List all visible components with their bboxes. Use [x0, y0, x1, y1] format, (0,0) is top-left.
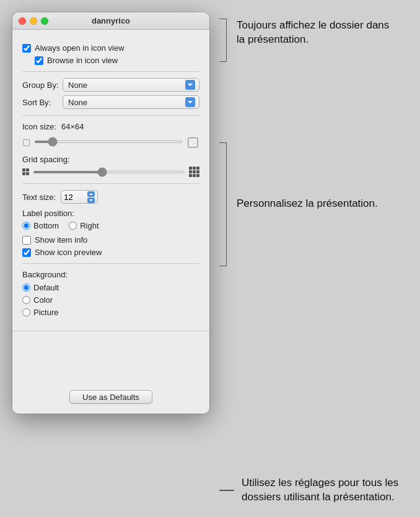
footer-area: Use as Defaults	[12, 380, 209, 414]
icon-grid-section: Icon size: 64×64 ▢ ▢ Grid spacing:	[22, 116, 199, 184]
label-right-radio[interactable]	[69, 222, 77, 230]
top-annotation-block: Toujours affichez le dossier dans la pré…	[219, 19, 401, 62]
bg-color-radio[interactable]	[22, 296, 30, 304]
grid-small-icon	[22, 168, 29, 175]
middle-annotation-block: Personnalisez la présentation.	[219, 142, 401, 266]
show-item-info-label: Show item info	[35, 235, 87, 245]
top-annotation-text: Toujours affichez le dossier dans la pré…	[229, 19, 396, 47]
browse-icon-row: Browse in icon view	[22, 56, 199, 65]
show-icon-preview-checkbox[interactable]	[22, 248, 31, 257]
text-label-section: Text size: 12 Label position: Bottom	[22, 184, 199, 264]
grid-spacing-slider[interactable]	[33, 171, 185, 173]
grid-spacing-slider-row	[22, 167, 199, 177]
view-options-section: Always open in icon view Browse in icon …	[22, 37, 199, 72]
traffic-lights	[19, 17, 48, 25]
spacer-area	[12, 331, 209, 380]
grid-spacing-section: Grid spacing:	[22, 155, 199, 177]
label-bottom-label: Bottom	[33, 221, 59, 230]
bg-picture-label: Picture	[33, 308, 58, 317]
background-section: Background: Default Color Picture	[22, 264, 199, 323]
settings-window: dannyrico Always open in icon view Brows…	[12, 12, 209, 414]
bottom-annotation-text: Utilisez les réglages pour tous les doss…	[234, 476, 401, 505]
label-bottom-radio[interactable]	[22, 222, 30, 230]
text-size-label: Text size:	[22, 193, 56, 202]
titlebar: dannyrico	[12, 12, 209, 30]
window-title: dannyrico	[92, 16, 130, 25]
bg-default-row[interactable]: Default	[22, 283, 199, 292]
middle-annotation-text: Personnalisez la présentation.	[229, 197, 378, 211]
icon-size-slider[interactable]	[34, 141, 183, 143]
group-by-dropdown[interactable]: None	[63, 78, 199, 92]
text-size-increment[interactable]	[87, 191, 95, 197]
label-bottom-row[interactable]: Bottom	[22, 221, 59, 230]
panel-content: Always open in icon view Browse in icon …	[12, 30, 209, 331]
close-button[interactable]	[19, 17, 26, 25]
icon-large-icon: ▢	[186, 134, 199, 150]
grid-spacing-label: Grid spacing:	[22, 155, 199, 164]
icon-small-icon: ▢	[22, 137, 30, 147]
bg-picture-row[interactable]: Picture	[22, 308, 199, 317]
browse-icon-checkbox[interactable]	[35, 56, 43, 65]
show-item-info-checkbox[interactable]	[22, 236, 31, 245]
label-right-label: Right	[80, 221, 98, 230]
icon-size-slider-row: ▢ ▢	[22, 134, 199, 150]
text-size-control[interactable]: 12	[61, 190, 98, 204]
annotations-panel: Toujours affichez le dossier dans la pré…	[219, 12, 401, 505]
group-sort-section: Group By: None Sort By: None	[22, 72, 199, 116]
group-by-value: None	[68, 80, 87, 90]
text-size-decrement[interactable]	[87, 198, 95, 203]
show-icon-preview-label: Show icon preview	[35, 248, 102, 257]
group-by-arrow	[185, 80, 195, 90]
sort-by-value: None	[68, 98, 87, 107]
bg-default-radio[interactable]	[22, 284, 30, 292]
middle-bracket-line	[219, 142, 229, 266]
browse-icon-label: Browse in icon view	[47, 56, 118, 65]
grid-large-icon	[189, 167, 199, 177]
group-by-row: Group By: None	[22, 78, 199, 92]
sort-by-dropdown[interactable]: None	[63, 95, 199, 109]
use-as-defaults-button[interactable]: Use as Defaults	[69, 390, 152, 404]
background-radio-group: Default Color Picture	[22, 283, 199, 317]
bottom-connector-line	[219, 490, 234, 491]
sort-by-row: Sort By: None	[22, 95, 199, 109]
text-size-value: 12	[64, 193, 72, 202]
top-bracket-line	[219, 19, 229, 62]
minimize-button[interactable]	[30, 17, 37, 25]
bg-color-row[interactable]: Color	[22, 295, 199, 305]
background-title: Background:	[22, 270, 199, 279]
bg-color-label: Color	[33, 295, 53, 305]
label-position-group: Bottom Right	[22, 221, 199, 230]
icon-size-header: Icon size: 64×64	[22, 122, 199, 131]
page-layout: dannyrico Always open in icon view Brows…	[12, 12, 401, 505]
icon-size-value: 64×64	[61, 122, 84, 131]
text-size-row: Text size: 12	[22, 190, 199, 204]
label-right-row[interactable]: Right	[69, 221, 98, 230]
always-open-label: Always open in icon view	[35, 43, 125, 53]
icon-size-label: Icon size:	[22, 122, 56, 131]
always-open-row: Always open in icon view	[22, 43, 199, 53]
always-open-checkbox[interactable]	[22, 44, 31, 53]
bg-default-label: Default	[33, 283, 59, 292]
maximize-button[interactable]	[41, 17, 48, 25]
group-by-label: Group By:	[22, 80, 63, 90]
bottom-annotation-block: Utilisez les réglages pour tous les doss…	[219, 476, 401, 505]
icon-size-slider-section: Icon size: 64×64 ▢ ▢	[22, 122, 199, 150]
sort-by-arrow	[185, 97, 195, 107]
bg-picture-radio[interactable]	[22, 308, 30, 316]
sort-by-label: Sort By:	[22, 98, 63, 107]
text-size-stepper	[87, 191, 95, 203]
show-icon-preview-row: Show icon preview	[22, 248, 199, 257]
label-position-label: Label position:	[22, 209, 199, 218]
show-item-info-row: Show item info	[22, 235, 199, 245]
